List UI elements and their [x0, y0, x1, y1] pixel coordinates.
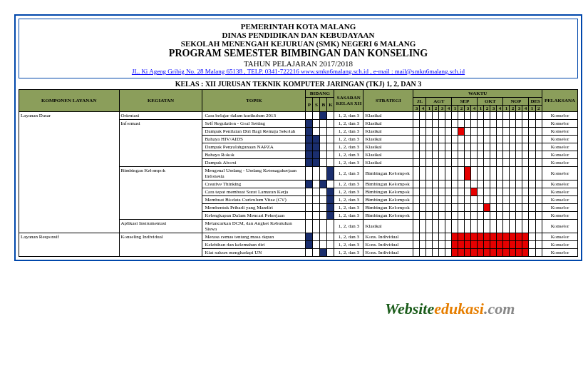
waktu-cell — [535, 241, 542, 249]
waktu-cell — [458, 249, 465, 257]
week-col: 2 — [433, 106, 439, 112]
bidang-cell — [320, 241, 327, 249]
col-topik: TOPIK — [202, 90, 306, 112]
topik-cell: Kelengkapan Dalam Mencari Pekerjaan — [202, 212, 306, 220]
waktu-cell — [465, 167, 471, 181]
waktu-cell — [439, 136, 445, 143]
waktu-cell — [490, 241, 497, 249]
schedule-table: KOMPONEN LAYANAN KEGIATAN TOPIK BIDANG S… — [19, 89, 578, 257]
waktu-cell — [471, 167, 478, 181]
pelaksana-cell: Konselor — [542, 167, 578, 181]
waktu-cell — [426, 181, 433, 188]
bidang-cell — [306, 112, 313, 120]
waktu-cell — [497, 151, 503, 159]
waktu-cell — [529, 159, 535, 167]
col-agt: AGT — [426, 98, 452, 106]
pelaksana-cell: Konselor — [542, 196, 578, 204]
bidang-cell — [306, 233, 313, 241]
waktu-cell — [413, 181, 420, 188]
dept-line: DINAS PENDIDIKAN DAN KEBUDAYAAN — [22, 31, 574, 39]
waktu-cell — [478, 204, 484, 212]
waktu-cell — [458, 196, 465, 204]
waktu-cell — [522, 249, 529, 257]
waktu-cell — [458, 128, 465, 136]
waktu-cell — [497, 249, 503, 257]
bidang-cell — [320, 128, 327, 136]
week-col: 1 — [503, 106, 510, 112]
waktu-cell — [413, 120, 420, 128]
sasaran-cell: 1, 2, dan 3 — [334, 188, 363, 196]
waktu-cell — [522, 128, 529, 136]
col-pelaksana: PELAKSANA — [542, 90, 578, 112]
waktu-cell — [452, 167, 458, 181]
bidang-cell — [320, 120, 327, 128]
bidang-cell — [306, 204, 313, 212]
pelaksana-cell: Konselor — [542, 159, 578, 167]
waktu-cell — [452, 181, 458, 188]
waktu-cell — [503, 143, 510, 151]
waktu-cell — [458, 136, 465, 143]
bidang-cell — [306, 220, 313, 233]
waktu-cell — [516, 159, 522, 167]
waktu-cell — [503, 159, 510, 167]
bidang-cell — [327, 112, 334, 120]
waktu-cell — [465, 151, 471, 159]
waktu-cell — [478, 136, 484, 143]
bidang-cell — [320, 143, 327, 151]
bidang-cell — [327, 196, 334, 204]
waktu-cell — [458, 212, 465, 220]
waktu-cell — [529, 220, 535, 233]
week-col: 1 — [426, 106, 433, 112]
waktu-cell — [458, 167, 465, 181]
week-col: 2 — [458, 106, 465, 112]
waktu-cell — [497, 241, 503, 249]
waktu-cell — [503, 151, 510, 159]
strategi-cell: Klasikal — [363, 143, 413, 151]
col-sasaran: SASARAN KELAS XII — [334, 90, 363, 112]
pelaksana-cell: Konselor — [542, 151, 578, 159]
waktu-cell — [478, 112, 484, 120]
topik-cell: Bahaya Rokok — [202, 151, 306, 159]
bidang-cell — [320, 220, 327, 233]
waktu-cell — [458, 112, 465, 120]
waktu-cell — [445, 249, 452, 257]
strategi-cell: Klasikal — [363, 120, 413, 128]
waktu-cell — [433, 233, 439, 241]
waktu-cell — [413, 241, 420, 249]
waktu-cell — [535, 120, 542, 128]
waktu-cell — [516, 151, 522, 159]
waktu-cell — [465, 212, 471, 220]
bidang-cell — [327, 120, 334, 128]
address-link[interactable]: JL. Ki Ageng Gribig No. 28 Malang 65138 … — [22, 68, 574, 75]
waktu-cell — [484, 128, 490, 136]
waktu-cell — [471, 188, 478, 196]
kegiatan-cell: Bimbingan Kelompok — [119, 167, 202, 220]
waktu-cell — [484, 188, 490, 196]
strategi-cell: Bimbingan Kelompok — [363, 212, 413, 220]
pelaksana-cell: Konselor — [542, 128, 578, 136]
sasaran-cell: 1, 2, dan 3 — [334, 212, 363, 220]
waktu-cell — [510, 136, 516, 143]
waktu-cell — [471, 136, 478, 143]
waktu-cell — [413, 151, 420, 159]
waktu-cell — [413, 167, 420, 181]
waktu-cell — [535, 233, 542, 241]
week-col: 2 — [510, 106, 516, 112]
waktu-cell — [413, 220, 420, 233]
waktu-cell — [503, 120, 510, 128]
waktu-cell — [535, 188, 542, 196]
week-col: 4 — [497, 106, 503, 112]
bidang-cell — [327, 204, 334, 212]
waktu-cell — [529, 151, 535, 159]
waktu-cell — [478, 249, 484, 257]
week-col: 3 — [516, 106, 522, 112]
waktu-cell — [529, 249, 535, 257]
waktu-cell — [433, 120, 439, 128]
waktu-cell — [420, 241, 426, 249]
waktu-cell — [452, 196, 458, 204]
waktu-cell — [452, 136, 458, 143]
bidang-cell — [313, 212, 320, 220]
bidang-cell — [306, 241, 313, 249]
waktu-cell — [484, 212, 490, 220]
waktu-cell — [484, 204, 490, 212]
